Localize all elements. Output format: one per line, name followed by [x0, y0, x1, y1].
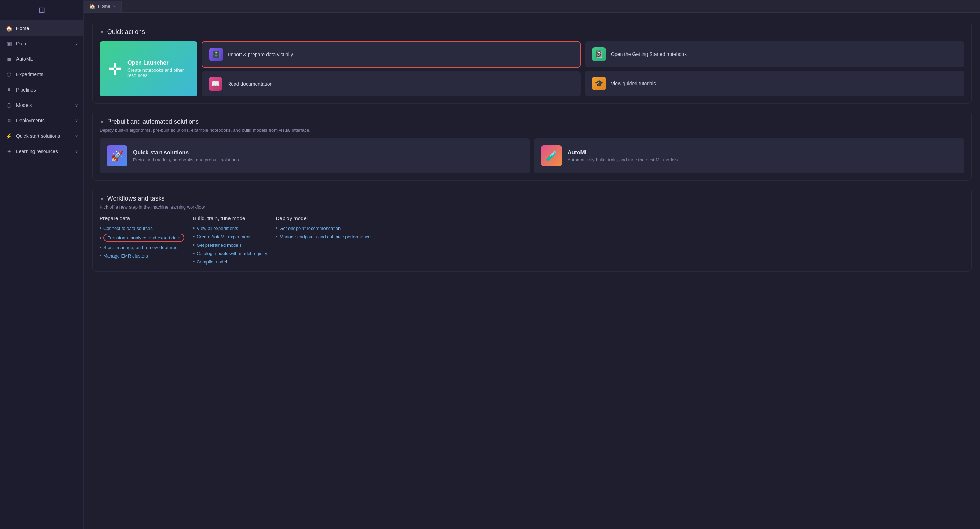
workflows-grid: Prepare data • Connect to data sources •… — [100, 215, 964, 264]
quick-actions-title: Quick actions — [107, 28, 145, 36]
link-emr-clusters[interactable]: • Manage EMR clusters — [100, 253, 185, 258]
sidebar-label-pipelines: Pipelines — [16, 87, 78, 92]
quick-actions-grid: ✛ Open Launcher Create notebooks and oth… — [100, 41, 964, 96]
link-view-experiments[interactable]: • View all experiments — [193, 225, 267, 231]
deploy-model-title: Deploy model — [275, 215, 371, 221]
link-endpoint-recommendation-label: Get endpoint recommendation — [279, 226, 340, 231]
sidebar-item-learning[interactable]: ✦ Learning resources ∨ — [0, 143, 83, 159]
guided-tutorials-card[interactable]: 🎓 View guided tutorials — [585, 70, 964, 96]
pipelines-icon: ≡ — [6, 86, 13, 93]
link-emr-clusters-label: Manage EMR clusters — [103, 253, 148, 258]
import-data-label: Import & prepare data visually — [228, 52, 293, 57]
prebuilt-solutions-section: ▼ Prebuilt and automated solutions Deplo… — [92, 111, 972, 181]
models-chevron: ∨ — [75, 103, 78, 108]
link-endpoint-recommendation[interactable]: • Get endpoint recommendation — [275, 225, 371, 231]
link-model-registry-label: Catalog models with model registry — [197, 251, 267, 256]
link-model-registry[interactable]: • Catalog models with model registry — [193, 250, 267, 256]
import-data-card[interactable]: 🗄️ Import & prepare data visually — [202, 41, 581, 68]
link-transform-data-label: Transform, analyze, and export data — [103, 234, 185, 242]
quick-actions-section: ▼ Quick actions ✛ Open Launcher Create n… — [92, 21, 972, 104]
deployments-chevron: ∨ — [75, 118, 78, 123]
read-docs-icon: 📖 — [208, 77, 223, 91]
link-connect-data[interactable]: • Connect to data sources — [100, 225, 185, 231]
link-transform-data[interactable]: • Transform, analyze, and export data — [100, 234, 185, 242]
build-model-col: Build, train, tune model • View all expe… — [193, 215, 267, 264]
tab-bar: 🏠 Home × — [84, 0, 980, 13]
sidebar-item-experiments[interactable]: ⬡ Experiments — [0, 67, 83, 82]
link-compile-model[interactable]: • Compile model — [193, 259, 267, 264]
quick-start-chevron: ∨ — [75, 134, 78, 139]
quick-actions-middle-col: 🗄️ Import & prepare data visually 📖 Read… — [202, 41, 581, 96]
link-view-experiments-label: View all experiments — [197, 226, 238, 231]
getting-started-icon: 📓 — [592, 47, 606, 61]
workflows-subtitle: Kick off a new step in the machine learn… — [100, 204, 964, 210]
read-docs-label: Read documentation — [228, 81, 272, 87]
link-store-features-label: Store, manage, and retrieve features — [103, 245, 177, 250]
link-pretrained-models-label: Get pretrained models — [197, 242, 242, 248]
workflows-header: ▼ Workflows and tasks — [100, 195, 964, 202]
link-manage-endpoints[interactable]: • Manage endpoints and optimize performa… — [275, 234, 371, 239]
quick-actions-arrow: ▼ — [100, 29, 104, 35]
read-docs-card[interactable]: 📖 Read documentation — [202, 71, 581, 96]
learning-chevron: ∨ — [75, 149, 78, 154]
guided-tutorials-label: View guided tutorials — [611, 81, 656, 86]
sidebar-label-data: Data — [16, 41, 72, 46]
open-launcher-subtitle: Create notebooks and other resources — [127, 67, 189, 78]
home-tab[interactable]: 🏠 Home × — [84, 1, 121, 12]
sidebar-item-data[interactable]: ▣ Data ∨ — [0, 36, 83, 51]
open-launcher-card[interactable]: ✛ Open Launcher Create notebooks and oth… — [100, 41, 197, 96]
automl-solutions-icon: 🧪 — [541, 145, 562, 166]
home-tab-label: Home — [98, 3, 110, 9]
data-icon: ▣ — [6, 40, 13, 47]
quick-actions-header: ▼ Quick actions — [100, 28, 964, 36]
prebuilt-subtitle: Deploy built-in algorithms, pre-built so… — [100, 127, 964, 133]
main-area: 🏠 Home × ▼ Quick actions ✛ Open Launcher… — [84, 0, 980, 529]
getting-started-label: Open the Getting Started notebook — [611, 51, 687, 57]
automl-solutions-title: AutoML — [568, 150, 678, 156]
sidebar: ⊞ 🏠 Home ▣ Data ∨ ◼ AutoML ⬡ Experiments… — [0, 0, 84, 529]
automl-solutions-text: AutoML Automatically build, train, and t… — [568, 150, 678, 163]
sidebar-item-home[interactable]: 🏠 Home — [0, 21, 83, 36]
learning-icon: ✦ — [6, 148, 13, 155]
sidebar-item-automl[interactable]: ◼ AutoML — [0, 51, 83, 67]
quick-start-solutions-subtitle: Pretrained models, notebooks, and prebui… — [133, 157, 239, 163]
sidebar-label-models: Models — [16, 102, 72, 108]
link-create-automl[interactable]: • Create AutoML experiment — [193, 234, 267, 239]
workflows-arrow: ▼ — [100, 196, 104, 202]
solutions-grid: 🚀 Quick start solutions Pretrained model… — [100, 139, 964, 173]
link-create-automl-label: Create AutoML experiment — [197, 234, 250, 239]
home-icon: 🏠 — [6, 25, 13, 32]
link-pretrained-models[interactable]: • Get pretrained models — [193, 242, 267, 248]
automl-icon: ◼ — [6, 56, 13, 62]
open-launcher-text: Open Launcher Create notebooks and other… — [127, 60, 189, 78]
getting-started-card[interactable]: 📓 Open the Getting Started notebook — [585, 41, 964, 67]
sidebar-item-pipelines[interactable]: ≡ Pipelines — [0, 82, 83, 97]
prepare-data-links: • Connect to data sources • Transform, a… — [100, 225, 185, 258]
automl-solutions-card[interactable]: 🧪 AutoML Automatically build, train, and… — [534, 139, 964, 173]
deploy-model-links: • Get endpoint recommendation • Manage e… — [275, 225, 371, 239]
content-area: ▼ Quick actions ✛ Open Launcher Create n… — [84, 13, 980, 529]
sidebar-label-experiments: Experiments — [16, 72, 78, 77]
sidebar-label-home: Home — [16, 25, 78, 31]
link-manage-endpoints-label: Manage endpoints and optimize performanc… — [279, 234, 371, 239]
automl-solutions-subtitle: Automatically build, train, and tune the… — [568, 157, 678, 163]
data-chevron: ∨ — [75, 41, 78, 46]
guided-tutorials-icon: 🎓 — [592, 76, 606, 91]
sidebar-item-quick-start[interactable]: ⚡ Quick start solutions ∨ — [0, 128, 83, 143]
sidebar-label-quick-start: Quick start solutions — [16, 133, 72, 139]
workflows-section: ▼ Workflows and tasks Kick off a new ste… — [92, 188, 972, 272]
tab-close-button[interactable]: × — [113, 4, 116, 9]
models-icon: ⬡ — [6, 102, 13, 109]
prebuilt-solutions-header: ▼ Prebuilt and automated solutions — [100, 118, 964, 126]
quick-start-solutions-card[interactable]: 🚀 Quick start solutions Pretrained model… — [100, 139, 530, 173]
sidebar-label-learning: Learning resources — [16, 148, 72, 154]
sidebar-item-deployments[interactable]: ⧈ Deployments ∨ — [0, 113, 83, 128]
link-store-features[interactable]: • Store, manage, and retrieve features — [100, 245, 185, 250]
sidebar-nav: 🏠 Home ▣ Data ∨ ◼ AutoML ⬡ Experiments ≡… — [0, 21, 83, 529]
quick-actions-right-col: 📓 Open the Getting Started notebook 🎓 Vi… — [585, 41, 964, 96]
build-model-links: • View all experiments • Create AutoML e… — [193, 225, 267, 264]
prebuilt-arrow: ▼ — [100, 119, 104, 125]
link-compile-model-label: Compile model — [197, 259, 227, 264]
open-launcher-title: Open Launcher — [127, 60, 189, 66]
sidebar-item-models[interactable]: ⬡ Models ∨ — [0, 97, 83, 113]
